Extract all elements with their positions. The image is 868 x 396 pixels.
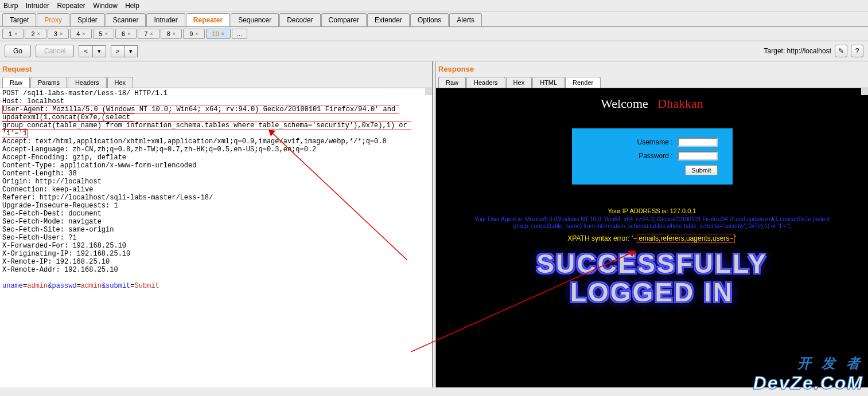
- sub-tab-5[interactable]: 5×: [93, 29, 114, 39]
- xpath-leaked-tables: emails,referers,uagents,users~: [637, 234, 735, 243]
- sub-tab-10[interactable]: 10×: [206, 29, 231, 39]
- tab-extender[interactable]: Extender: [367, 13, 410, 26]
- raw-request-text[interactable]: POST /sqli-labs-master/Less-18/ HTTP/1.1…: [0, 88, 432, 291]
- prev-dropdown[interactable]: ▾: [93, 45, 106, 57]
- response-tab-headers[interactable]: Headers: [466, 77, 505, 88]
- tool-tabs: Target Proxy Spider Scanner Intruder Rep…: [0, 12, 868, 27]
- request-body[interactable]: POST /sqli-labs-master/Less-18/ HTTP/1.1…: [0, 88, 432, 387]
- tab-intruder[interactable]: Intruder: [146, 13, 185, 26]
- scroll-corner: [425, 88, 432, 95]
- request-tab-hex[interactable]: Hex: [107, 77, 134, 88]
- password-input[interactable]: [678, 151, 718, 160]
- close-icon[interactable]: ×: [37, 31, 40, 37]
- target-label: Target: http://localhost: [764, 47, 831, 55]
- go-button[interactable]: Go: [5, 45, 31, 57]
- response-tab-hex[interactable]: Hex: [506, 77, 532, 88]
- history-nav: < ▾: [79, 45, 106, 57]
- sub-tab-4[interactable]: 4×: [70, 29, 91, 39]
- sub-tab-more[interactable]: ...: [232, 29, 247, 39]
- tab-comparer[interactable]: Comparer: [321, 13, 367, 26]
- password-label: Password :: [639, 152, 672, 160]
- tab-repeater[interactable]: Repeater: [186, 13, 230, 26]
- request-title: Request: [0, 61, 432, 77]
- close-icon[interactable]: ×: [60, 31, 63, 37]
- menu-intruder[interactable]: Intruder: [26, 2, 49, 10]
- request-tab-params[interactable]: Params: [30, 77, 67, 88]
- menu-window[interactable]: Window: [93, 2, 118, 10]
- username-input[interactable]: [678, 138, 718, 147]
- close-icon[interactable]: ×: [127, 31, 130, 37]
- request-panel: Request Raw Params Headers Hex POST /sql…: [0, 61, 433, 387]
- sub-tab-3[interactable]: 3×: [48, 29, 69, 39]
- sub-tab-8[interactable]: 8×: [161, 29, 182, 39]
- menu-bar: Burp Intruder Repeater Window Help: [0, 0, 868, 12]
- highlighted-ua-header: User-Agent: Mozilla/5.0 (Windows NT 10.0…: [2, 105, 411, 138]
- sub-tab-9[interactable]: 9×: [183, 29, 204, 39]
- close-icon[interactable]: ×: [150, 31, 153, 37]
- close-icon[interactable]: ×: [221, 31, 224, 37]
- ip-address-line: Your IP ADDRESS is: 127.0.0.1: [436, 207, 868, 214]
- cancel-button[interactable]: Cancel: [36, 45, 74, 57]
- close-icon[interactable]: ×: [14, 31, 17, 37]
- request-tab-raw[interactable]: Raw: [2, 77, 30, 88]
- menu-burp[interactable]: Burp: [3, 2, 18, 10]
- tab-alerts[interactable]: Alerts: [449, 13, 482, 26]
- tab-options[interactable]: Options: [410, 13, 449, 26]
- xpath-error-line: XPATH syntax error: '~emails,referers,ua…: [436, 234, 868, 242]
- tab-decoder[interactable]: Decoder: [279, 13, 320, 26]
- repeater-sub-tabs: 1× 2× 3× 4× 5× 6× 7× 8× 9× 10× ...: [0, 27, 868, 41]
- close-icon[interactable]: ×: [173, 31, 176, 37]
- response-panel: Response Raw Headers Hex HTML Render Wel…: [436, 61, 868, 387]
- next-button[interactable]: >: [111, 45, 124, 57]
- welcome-heading: Welcome Dhakkan: [436, 96, 868, 111]
- edit-target-button[interactable]: ✎: [835, 45, 847, 57]
- close-icon[interactable]: ×: [82, 31, 85, 37]
- response-tab-render[interactable]: Render: [565, 77, 601, 88]
- sub-tab-7[interactable]: 7×: [138, 29, 159, 39]
- tab-scanner[interactable]: Scanner: [106, 13, 146, 26]
- scroll-corner: [861, 88, 868, 95]
- question-icon: ?: [855, 47, 859, 55]
- tab-proxy[interactable]: Proxy: [37, 13, 69, 26]
- pencil-icon: ✎: [838, 47, 844, 55]
- menu-help[interactable]: Help: [125, 2, 139, 10]
- tab-spider[interactable]: Spider: [70, 13, 105, 26]
- tab-sequencer[interactable]: Sequencer: [231, 13, 279, 26]
- sub-tab-1[interactable]: 1×: [2, 29, 24, 39]
- sub-tab-6[interactable]: 6×: [115, 29, 137, 39]
- menu-repeater[interactable]: Repeater: [57, 2, 85, 10]
- close-icon[interactable]: ×: [195, 31, 198, 37]
- request-tab-headers[interactable]: Headers: [68, 77, 107, 88]
- tab-target[interactable]: Target: [2, 13, 36, 26]
- response-tab-raw[interactable]: Raw: [438, 77, 466, 88]
- help-button[interactable]: ?: [851, 45, 863, 57]
- submit-button[interactable]: Submit: [685, 165, 717, 175]
- success-banner: SUCCESSFULLY LOGGED IN: [436, 249, 868, 307]
- login-form: Username : Password : Submit: [572, 128, 733, 185]
- user-agent-line: Your User Agent is: Mozilla/5.0 (Windows…: [436, 216, 868, 230]
- close-icon[interactable]: ×: [105, 31, 108, 37]
- next-dropdown[interactable]: ▾: [124, 45, 138, 57]
- username-label: Username :: [637, 138, 672, 146]
- response-tab-html[interactable]: HTML: [532, 77, 565, 88]
- sub-tab-2[interactable]: 2×: [25, 29, 46, 39]
- action-bar: Go Cancel < ▾ > ▾ Target: http://localho…: [0, 41, 868, 61]
- response-title: Response: [436, 61, 868, 77]
- prev-button[interactable]: <: [79, 45, 92, 57]
- response-body[interactable]: Welcome Dhakkan Username : Password : Su…: [436, 88, 868, 387]
